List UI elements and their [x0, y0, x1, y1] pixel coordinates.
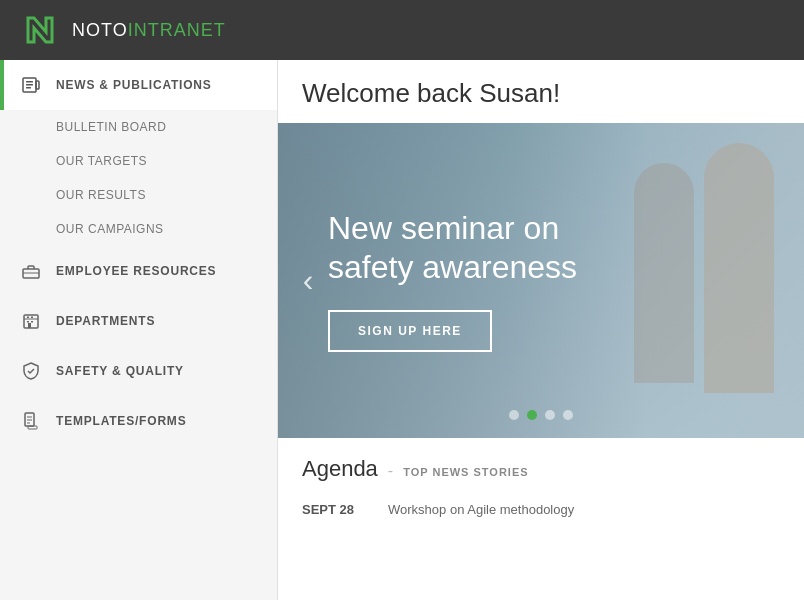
svg-rect-4	[26, 87, 31, 89]
building-icon	[20, 310, 42, 332]
banner-signup-button[interactable]: SIGN UP HERE	[328, 310, 492, 352]
main-layout: NEWS & PUBLICATIONS BULLETIN BOARD OUR T…	[0, 60, 804, 600]
svg-rect-14	[31, 321, 33, 323]
sidebar-item-employee-label: EMPLOYEE RESOURCES	[56, 264, 216, 278]
sidebar-item-departments-label: DEPARTMENTS	[56, 314, 155, 328]
sidebar-item-safety-quality[interactable]: SAFETY & QUALITY	[0, 346, 277, 396]
agenda-subtitle: TOP NEWS STORIES	[403, 466, 528, 478]
agenda-divider: -	[388, 462, 393, 480]
svg-rect-0	[20, 10, 60, 50]
sidebar-sub-news: BULLETIN BOARD OUR TARGETS OUR RESULTS O…	[0, 110, 277, 246]
file-icon	[20, 410, 42, 432]
svg-rect-16	[28, 426, 37, 429]
banner-title: New seminar on safety awareness	[328, 209, 648, 286]
svg-rect-3	[26, 84, 33, 86]
sidebar-item-safety-label: SAFETY & QUALITY	[56, 364, 184, 378]
sidebar-item-templates-forms[interactable]: TEMPLATES/FORMS	[0, 396, 277, 446]
sidebar: NEWS & PUBLICATIONS BULLETIN BOARD OUR T…	[0, 60, 278, 600]
svg-rect-5	[36, 81, 39, 89]
sidebar-item-departments[interactable]: DEPARTMENTS	[0, 296, 277, 346]
agenda-section: Agenda - TOP NEWS STORIES SEPT 28 Worksh…	[278, 438, 804, 533]
welcome-message: Welcome back Susan!	[278, 60, 804, 123]
agenda-row: SEPT 28 Workshop on Agile methodology	[302, 496, 780, 523]
banner-content: New seminar on safety awareness SIGN UP …	[278, 209, 804, 352]
briefcase-icon	[20, 260, 42, 282]
topbar: NOTOINTRANET	[0, 0, 804, 60]
svg-rect-11	[27, 317, 29, 319]
banner-slider: ‹ New seminar on safety awareness SIGN U…	[278, 123, 804, 438]
agenda-date: SEPT 28	[302, 502, 372, 517]
banner-dots	[509, 410, 573, 420]
banner-dot-4[interactable]	[563, 410, 573, 420]
banner-prev-button[interactable]: ‹	[288, 261, 328, 301]
sidebar-item-templates-label: TEMPLATES/FORMS	[56, 414, 186, 428]
newspaper-icon	[20, 74, 42, 96]
svg-rect-10	[28, 323, 31, 328]
banner-dot-2[interactable]	[527, 410, 537, 420]
agenda-description: Workshop on Agile methodology	[388, 502, 574, 517]
sidebar-sub-our-campaigns[interactable]: OUR CAMPAIGNS	[0, 212, 277, 246]
sidebar-item-news-publications[interactable]: NEWS & PUBLICATIONS	[0, 60, 277, 110]
logo-icon	[20, 10, 60, 50]
svg-rect-13	[27, 321, 29, 323]
svg-rect-12	[31, 317, 33, 319]
banner-dot-1[interactable]	[509, 410, 519, 420]
shield-icon	[20, 360, 42, 382]
logo-wordmark: NOTOINTRANET	[72, 20, 226, 41]
sidebar-sub-our-targets[interactable]: OUR TARGETS	[0, 144, 277, 178]
sidebar-sub-our-results[interactable]: OUR RESULTS	[0, 178, 277, 212]
sidebar-sub-bulletin-board[interactable]: BULLETIN BOARD	[0, 110, 277, 144]
agenda-header: Agenda - TOP NEWS STORIES	[302, 456, 780, 482]
content-area: Welcome back Susan! ‹ New seminar on saf…	[278, 60, 804, 600]
sidebar-item-employee-resources[interactable]: EMPLOYEE RESOURCES	[0, 246, 277, 296]
sidebar-item-news-label: NEWS & PUBLICATIONS	[56, 78, 212, 92]
banner-dot-3[interactable]	[545, 410, 555, 420]
agenda-title: Agenda	[302, 456, 378, 482]
svg-rect-2	[26, 81, 33, 83]
